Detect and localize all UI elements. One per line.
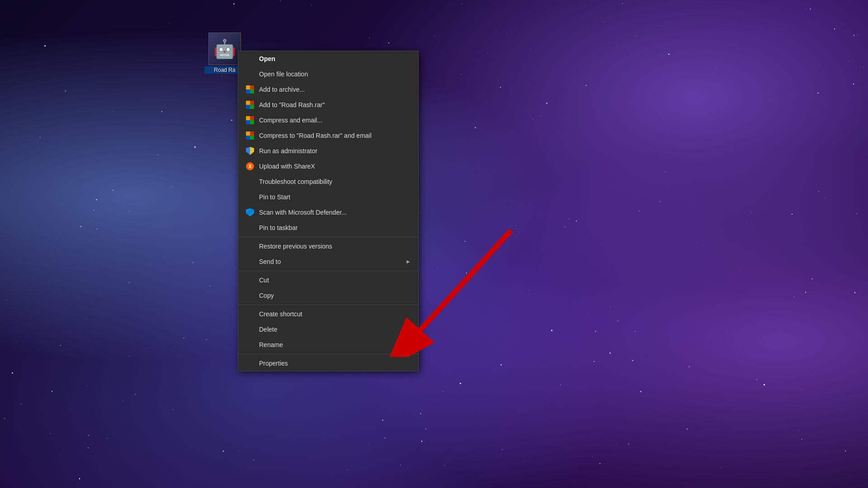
menu-item-send-to-label: Send to [259, 258, 406, 265]
menu-item-restore-versions[interactable]: Restore previous versions [238, 239, 418, 254]
menu-item-scan-defender-label: Scan with Microsoft Defender... [259, 209, 411, 216]
desktop-background [0, 0, 868, 488]
winrar-icon-3 [245, 116, 255, 125]
winrar-icon-1 [245, 85, 255, 94]
cut-icon [245, 276, 255, 285]
menu-item-troubleshoot-label: Troubleshoot compatibility [259, 178, 411, 185]
menu-item-pin-to-taskbar[interactable]: Pin to taskbar [238, 220, 418, 235]
menu-item-compress-email[interactable]: Compress and email... [238, 113, 418, 128]
menu-item-add-to-archive[interactable]: Add to archive... [238, 82, 418, 97]
menu-item-copy-label: Copy [259, 292, 411, 299]
menu-item-delete-label: Delete [259, 326, 411, 333]
menu-item-cut[interactable]: Cut [238, 272, 418, 288]
menu-item-compress-rar-email[interactable]: Compress to "Road Rash.rar" and email [238, 128, 418, 143]
menu-item-open-file-location-label: Open file location [259, 70, 411, 78]
menu-item-add-to-rar-label: Add to "Road Rash.rar" [259, 101, 411, 108]
menu-item-troubleshoot[interactable]: Troubleshoot compatibility [238, 174, 418, 189]
defender-icon [245, 208, 255, 217]
icon-image-inner: 🤖 [209, 33, 241, 65]
separator-4 [238, 354, 418, 354]
menu-item-open-label: Open [259, 55, 411, 62]
menu-item-upload-sharex[interactable]: X Upload with ShareX [238, 159, 418, 174]
menu-item-compress-email-label: Compress and email... [259, 117, 411, 124]
rename-icon [245, 340, 255, 349]
troubleshoot-icon [245, 177, 255, 186]
menu-item-compress-rar-email-label: Compress to "Road Rash.rar" and email [259, 132, 411, 139]
menu-item-pin-to-start-label: Pin to Start [259, 193, 411, 201]
menu-item-send-to[interactable]: Send to ► [238, 254, 418, 269]
menu-item-copy[interactable]: Copy [238, 288, 418, 303]
menu-item-pin-to-start[interactable]: Pin to Start [238, 189, 418, 205]
menu-item-open-file-location[interactable]: Open file location [238, 66, 418, 82]
folder-icon [245, 70, 255, 79]
shortcut-icon [245, 310, 255, 319]
menu-item-run-as-admin-label: Run as administrator [259, 147, 411, 155]
icon-image: 🤖 [208, 33, 241, 65]
separator-2 [238, 271, 418, 271]
pin-taskbar-icon [245, 223, 255, 232]
menu-item-properties[interactable]: Properties [238, 356, 418, 371]
send-to-icon [245, 257, 255, 266]
separator-1 [238, 237, 418, 237]
sharex-icon: X [245, 162, 255, 171]
menu-item-rename-label: Rename [259, 341, 411, 348]
menu-item-restore-versions-label: Restore previous versions [259, 243, 411, 250]
menu-item-scan-defender[interactable]: Scan with Microsoft Defender... [238, 205, 418, 220]
robot-icon: 🤖 [213, 40, 236, 58]
menu-item-add-to-rar[interactable]: Add to "Road Rash.rar" [238, 97, 418, 113]
menu-item-upload-sharex-label: Upload with ShareX [259, 163, 411, 170]
menu-item-rename[interactable]: Rename [238, 337, 418, 352]
pin-start-icon [245, 192, 255, 202]
properties-icon [245, 359, 255, 368]
menu-item-create-shortcut-label: Create shortcut [259, 310, 411, 318]
context-menu: Open Open file location Add to archive..… [238, 51, 419, 371]
winrar-icon-2 [245, 100, 255, 109]
uac-shield-icon [245, 146, 255, 155]
menu-item-cut-label: Cut [259, 277, 411, 284]
submenu-arrow: ► [406, 258, 411, 265]
menu-item-delete[interactable]: Delete [238, 322, 418, 337]
open-icon [245, 54, 255, 63]
menu-item-run-as-admin[interactable]: Run as administrator [238, 143, 418, 159]
menu-item-create-shortcut[interactable]: Create shortcut [238, 306, 418, 322]
menu-item-properties-label: Properties [259, 360, 411, 367]
delete-icon [245, 325, 255, 334]
restore-icon [245, 242, 255, 251]
winrar-icon-4 [245, 131, 255, 140]
menu-item-add-to-archive-label: Add to archive... [259, 86, 411, 93]
copy-icon [245, 291, 255, 300]
separator-3 [238, 305, 418, 305]
menu-item-open[interactable]: Open [238, 51, 418, 66]
menu-item-pin-to-taskbar-label: Pin to taskbar [259, 224, 411, 231]
